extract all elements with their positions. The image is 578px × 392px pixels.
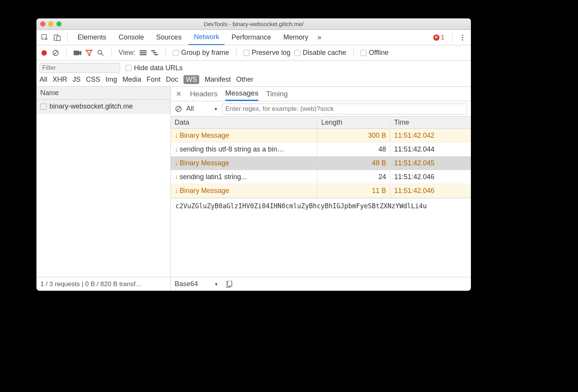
svg-rect-8 [74,51,79,55]
hide-data-urls-checkbox[interactable]: Hide data URLs [126,64,183,72]
svg-rect-2 [57,36,60,41]
encoding-dropdown[interactable]: Base64 ▼ [175,280,218,288]
error-count: 1 [441,34,444,41]
device-toolbar-icon[interactable] [52,32,63,43]
network-toolbar: View: Group by frame Preserve log Disabl… [36,45,471,61]
type-filters: All XHR JS CSS Img Media Font Doc WS Man… [40,75,468,84]
svg-line-10 [101,54,103,56]
view-label: View: [119,49,135,57]
filter-all[interactable]: All [40,76,47,84]
filter-icon[interactable] [85,49,93,57]
separator [111,49,112,57]
name-column-header[interactable]: Name [36,87,170,100]
separator [66,49,67,57]
detail-tabbar: ✕ Headers Messages Timing [171,87,471,101]
chevron-down-icon: ▼ [214,107,218,111]
error-icon: ✕ [433,35,439,41]
message-row[interactable]: ↓sending this utf-8 string as a bin… 48 … [171,143,471,156]
offline-checkbox[interactable]: Offline [360,49,389,57]
tab-performance[interactable]: Performance [226,30,276,45]
inspect-element-icon[interactable] [40,32,50,43]
filter-ws[interactable]: WS [183,75,199,84]
message-row[interactable]: ↓Binary Message 11 B 11:51:42.046 [171,184,471,198]
filter-media[interactable]: Media [122,76,141,84]
requests-summary: 1 / 3 requests | 0 B / 820 B transf… [36,277,171,291]
svg-rect-16 [154,54,158,55]
svg-rect-13 [140,54,147,55]
large-rows-icon[interactable] [139,49,147,57]
filter-css[interactable]: CSS [86,76,100,84]
message-payload[interactable]: c2VuZGluZyB0aGlzIHV0Zi04IHN0cmluZyBhcyBh… [171,198,471,277]
tab-console[interactable]: Console [113,30,149,45]
message-row[interactable]: ↓Binary Message 48 B 11:51:42.045 [171,156,471,170]
svg-rect-20 [228,281,232,286]
message-row[interactable]: ↓sending latin1 string... 24 11:51:42.04… [171,170,471,184]
request-detail-pane: ✕ Headers Messages Timing All ▼ Data [171,87,471,277]
request-name: binary-websocket.glitch.me [50,102,133,110]
main-tabstrip: Elements Console Sources Network Perform… [36,30,471,45]
col-time[interactable]: Time [390,117,471,128]
tab-elements[interactable]: Elements [72,30,112,45]
devtools-window: DevTools - binary-websocket.glitch.me/ E… [36,18,471,291]
camera-icon[interactable] [74,49,81,57]
svg-rect-11 [140,50,147,51]
window-title: DevTools - binary-websocket.glitch.me/ [36,21,471,27]
group-by-frame-checkbox[interactable]: Group by frame [173,49,229,57]
clear-icon[interactable] [52,49,59,57]
subtab-headers[interactable]: Headers [190,87,218,101]
zoom-window-button[interactable] [56,21,61,26]
content-split: Name binary-websocket.glitch.me ✕ Header… [36,87,471,277]
messages-table: Data Length Time ↓Binary Message 300 B 1… [171,117,471,198]
kebab-menu-icon[interactable] [457,32,468,43]
svg-point-4 [462,37,463,38]
message-type-dropdown[interactable]: All ▼ [186,105,218,113]
preserve-log-checkbox[interactable]: Preserve log [243,49,291,57]
waterfall-icon[interactable] [151,49,159,57]
svg-point-9 [98,50,102,54]
tab-sources[interactable]: Sources [151,30,187,45]
clear-messages-icon[interactable] [175,105,182,113]
separator [236,49,236,57]
regex-input[interactable] [222,104,467,114]
tab-network[interactable]: Network [188,30,225,45]
subtab-messages[interactable]: Messages [225,87,259,101]
filter-other[interactable]: Other [236,76,253,84]
filter-input[interactable] [40,63,120,73]
request-list-pane: Name binary-websocket.glitch.me [36,87,171,277]
tab-memory[interactable]: Memory [278,30,314,45]
disable-cache-checkbox[interactable]: Disable cache [294,49,346,57]
message-row[interactable]: ↓Binary Message 300 B 11:51:42.042 [171,129,471,143]
filter-img[interactable]: Img [106,76,117,84]
chevron-down-icon: ▼ [214,282,218,287]
separator [353,49,353,57]
arrow-down-icon: ↓ [175,173,178,181]
copy-icon[interactable] [225,280,233,288]
svg-point-5 [462,39,463,41]
subtab-timing[interactable]: Timing [266,87,287,101]
arrow-down-icon: ↓ [175,132,178,140]
svg-line-18 [177,107,180,111]
arrow-down-icon: ↓ [175,145,178,153]
close-window-button[interactable] [40,21,45,26]
messages-table-header: Data Length Time [171,117,471,129]
filter-js[interactable]: JS [73,76,81,84]
filter-doc[interactable]: Doc [166,76,178,84]
messages-toolbar: All ▼ [171,101,471,117]
minimize-window-button[interactable] [48,21,53,26]
close-detail-icon[interactable]: ✕ [175,90,182,98]
search-icon[interactable] [97,49,104,57]
col-length[interactable]: Length [317,117,390,128]
window-controls [40,21,61,26]
request-row[interactable]: binary-websocket.glitch.me [36,100,170,114]
error-count-badge[interactable]: ✕ 1 [430,34,448,41]
tabs-overflow-button[interactable]: » [315,30,324,45]
record-button[interactable] [40,49,48,57]
separator [67,33,68,42]
separator [452,33,452,42]
svg-rect-12 [140,52,147,53]
filter-manifest[interactable]: Manifest [205,76,231,84]
filter-font[interactable]: Font [147,76,160,84]
filter-xhr[interactable]: XHR [53,76,67,84]
status-bar: 1 / 3 requests | 0 B / 820 B transf… Bas… [36,277,471,291]
col-data[interactable]: Data [171,117,317,128]
